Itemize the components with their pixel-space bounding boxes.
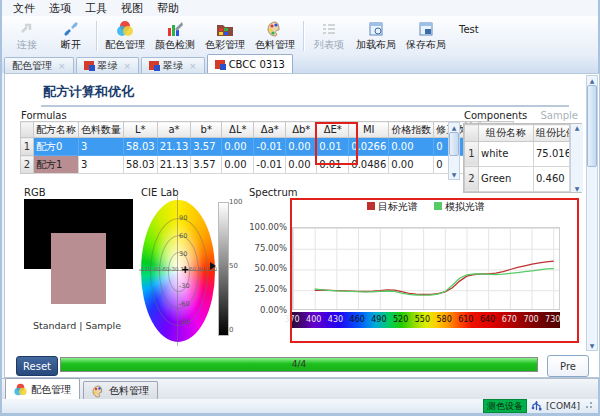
simulated-spectrum-swatch xyxy=(434,202,442,210)
status-bar: 测色设备 [COM4] xyxy=(2,399,598,413)
formulas-scrollbar[interactable]: ▲ ▼ xyxy=(448,122,460,180)
toolbar-separator xyxy=(96,21,97,51)
menu-help[interactable]: 帮助 xyxy=(150,1,186,16)
wavelength-tick: 700 xyxy=(523,315,538,324)
reset-button[interactable]: Reset xyxy=(16,356,58,376)
load-layout-button[interactable]: 加载布局 xyxy=(351,18,401,53)
wavelength-tick: 580 xyxy=(436,315,451,324)
cielab-panel: CIE Lab 90 60 30 -30 -60 -90 -120-90-60-… xyxy=(137,186,243,346)
title-divider xyxy=(41,105,569,107)
wavelength-tick: 670 xyxy=(502,315,517,324)
components-scrollbar[interactable]: ▲ ▼ xyxy=(570,124,583,192)
com-port-label: [COM4] xyxy=(546,401,580,411)
tab-close-icon[interactable]: × xyxy=(189,61,197,71)
wavelength-tick: 640 xyxy=(480,315,495,324)
bottom-tab-colorant-manage[interactable]: 色料管理 xyxy=(83,381,158,400)
component-row[interactable]: 1 white 75.016 xyxy=(465,141,570,166)
sample-color-swatch xyxy=(51,233,106,304)
pre-button[interactable]: Pre xyxy=(547,355,589,377)
page-title: 配方计算和优化 xyxy=(43,83,134,101)
usb-icon xyxy=(531,400,542,412)
wavelength-tick: 550 xyxy=(415,315,430,324)
a-axis-labels: -120-90-60-30 30 60 90 120 xyxy=(139,266,217,272)
bottom-tab-color-matching[interactable]: 配色管理 xyxy=(5,378,80,400)
tab-emerald-1[interactable]: 翠绿 × xyxy=(76,57,140,73)
document-tabstrip: 配色管理 × 翠绿 × 翠绿 × CBCC 0313 xyxy=(2,55,598,73)
swatch-icon xyxy=(215,60,225,69)
wavelength-tick: 520 xyxy=(393,315,408,324)
components-panel: 组份名称 组份比例 1 white 75.016 2 Green 0.460 ▲… xyxy=(463,123,582,193)
save-layout-button[interactable]: 保存布局 xyxy=(401,18,451,53)
swatch-icon xyxy=(84,61,94,70)
main-content: 配方计算和优化 Formulas 配方名称 色料数量 L* a* b* ΔL* … xyxy=(4,73,600,378)
connect-icon xyxy=(19,19,35,38)
wavelength-tick: 460 xyxy=(350,315,365,324)
tab-close-icon[interactable]: × xyxy=(58,61,66,71)
tab-close-icon[interactable]: × xyxy=(124,61,132,71)
formulas-table: 配方名称 色料数量 L* a* b* ΔL* Δa* Δb* ΔE* MI 价格… xyxy=(20,121,514,174)
formula-row-selected[interactable]: 1 配方0 3 58.03 21.13 3.57 0.00 -0.01 0.00… xyxy=(21,138,514,156)
progress-text: 4/4 xyxy=(61,359,537,369)
scroll-down-icon[interactable]: ▼ xyxy=(590,341,595,350)
color-folder-icon xyxy=(216,19,234,38)
colorant-manage-button[interactable]: 色料管理 xyxy=(250,18,300,53)
wavelength-axis: 370400430460490520550580610640670700730 xyxy=(292,312,560,328)
formulas-header-row: 配方名称 色料数量 L* a* b* ΔL* Δa* Δb* ΔE* MI 价格… xyxy=(21,122,514,138)
spectrum-panel: Spectrum 目标光谱 模拟光谱 100.00% 75.00% 50.00%… xyxy=(245,186,581,346)
menu-view[interactable]: 视图 xyxy=(114,1,150,16)
color-matching-button[interactable]: 配色管理 xyxy=(100,18,150,53)
scroll-down-icon[interactable]: ▼ xyxy=(452,170,457,179)
formulas-panel-label: Formulas xyxy=(21,110,67,121)
cielab-panel-label: CIE Lab xyxy=(141,187,178,198)
menu-tools[interactable]: 工具 xyxy=(78,1,114,16)
scrollbar-thumb[interactable] xyxy=(449,132,459,156)
wavelength-tick: 430 xyxy=(328,315,343,324)
tab-components[interactable]: Components xyxy=(464,110,527,121)
rgb-caption: Standard | Sample xyxy=(20,320,134,331)
scroll-up-icon[interactable]: ▲ xyxy=(575,124,580,131)
menu-file[interactable]: 文件 xyxy=(6,1,42,16)
rgb-panel: RGB Standard | Sample xyxy=(20,186,134,346)
list-items-button: 列表项 xyxy=(307,18,351,53)
toolbar-separator xyxy=(303,21,304,51)
disconnect-icon xyxy=(63,19,79,38)
menu-options[interactable]: 选项 xyxy=(42,1,78,16)
menu-bar: 文件 选项 工具 视图 帮助 xyxy=(2,0,598,17)
target-spectrum-swatch xyxy=(367,202,375,210)
scroll-up-icon[interactable]: ▲ xyxy=(590,76,595,85)
color-wheel-icon xyxy=(14,383,27,396)
wavelength-tick: 400 xyxy=(306,315,321,324)
color-wheel-icon xyxy=(116,19,134,38)
main-scrollbar[interactable]: ▲ ▼ xyxy=(586,75,598,351)
tab-color-matching[interactable]: 配色管理 × xyxy=(4,57,74,73)
swatch-icon xyxy=(149,61,159,70)
scrollbar-thumb[interactable] xyxy=(587,85,597,167)
color-library-button[interactable]: 色彩管理 xyxy=(200,18,250,53)
formula-row[interactable]: 2 配方1 3 58.03 21.13 3.57 0.00 -0.01 0.00… xyxy=(21,156,514,174)
wavelength-tick: 610 xyxy=(458,315,473,324)
tab-emerald-2[interactable]: 翠绿 × xyxy=(141,57,205,73)
scroll-up-icon[interactable]: ▲ xyxy=(452,123,457,132)
device-status-badge: 测色设备 xyxy=(483,399,527,413)
connect-button: 连接 xyxy=(5,18,49,53)
spectrum-curves-svg xyxy=(293,228,561,311)
spectrum-plot xyxy=(292,227,560,310)
load-layout-icon xyxy=(368,19,384,38)
lightness-pointer-icon[interactable] xyxy=(210,262,216,270)
module-tabstrip: 配色管理 色料管理 xyxy=(2,378,598,400)
resize-grip[interactable] xyxy=(584,402,592,410)
toolbar: 连接 断开 配色管理 xyxy=(2,16,598,56)
rgb-panel-label: RGB xyxy=(24,187,46,198)
tab-cbcc-0313[interactable]: CBCC 0313 xyxy=(207,54,293,73)
disconnect-button[interactable]: 断开 xyxy=(49,18,93,53)
wavelength-tick: 370 xyxy=(284,315,299,324)
app-window: 文件 选项 工具 视图 帮助 连接 断开 xyxy=(0,0,600,416)
progress-bar: 4/4 xyxy=(60,357,538,372)
spectrum-panel-label: Spectrum xyxy=(249,187,297,198)
list-icon xyxy=(321,19,337,38)
lightness-bar[interactable] xyxy=(218,202,229,336)
wavelength-tick: 730 xyxy=(545,315,560,324)
test-label: Test xyxy=(459,24,479,35)
wavelength-tick: 490 xyxy=(371,315,386,324)
color-detect-button[interactable]: 颜色检测 xyxy=(150,18,200,53)
